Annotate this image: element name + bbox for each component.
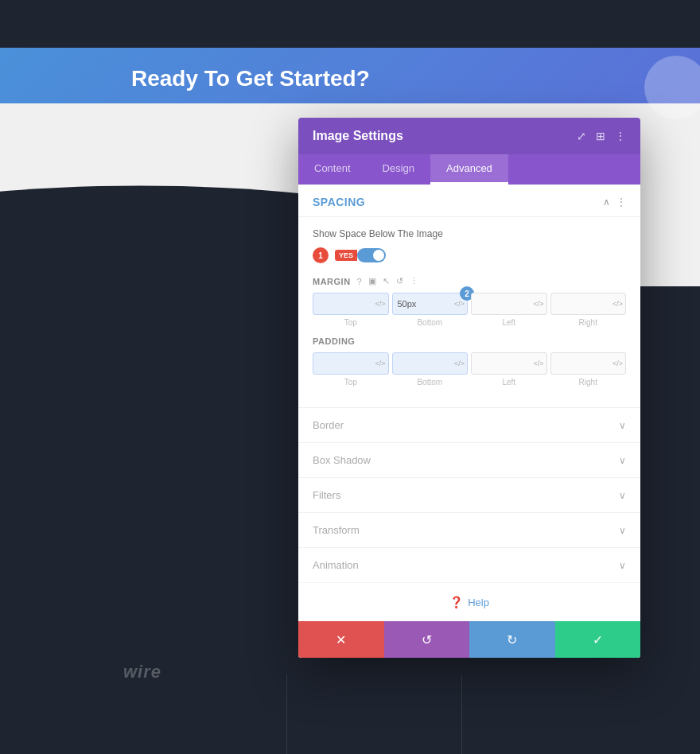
padding-bottom-code-icon: </>	[454, 360, 465, 367]
cancel-button[interactable]: ✕	[298, 621, 384, 658]
modal-footer: ✕ ↺ ↻ ✓	[298, 621, 640, 658]
margin-label: Margin	[313, 277, 351, 286]
padding-bottom-label: Bottom	[392, 378, 469, 387]
margin-input-grid: </> </> 2 </> </>	[313, 293, 626, 315]
padding-left-code-icon: </>	[533, 360, 543, 367]
margin-right-group: </>	[550, 293, 627, 315]
margin-bottom-label: Bottom	[392, 318, 469, 327]
toggle-row: 1 YES	[313, 247, 626, 263]
collapse-icon[interactable]: ∧	[603, 196, 610, 208]
show-space-label: Show Space Below The Image	[313, 228, 626, 239]
padding-top-label: Top	[313, 378, 389, 387]
padding-left-group: </>	[471, 352, 547, 375]
transform-chevron: ∨	[619, 525, 626, 536]
margin-top-code-icon: </>	[375, 300, 385, 308]
section-header-actions: ∧ ⋮	[603, 196, 626, 208]
margin-bottom-group: </> 2	[392, 293, 469, 315]
margin-left-code-icon: </>	[533, 300, 543, 308]
save-button[interactable]: ✓	[555, 621, 641, 658]
modal-header: Image Settings ⤢ ⊞ ⋮	[298, 118, 640, 154]
box-shadow-section[interactable]: Box Shadow ∨	[298, 442, 640, 477]
help-text: Help	[468, 597, 489, 608]
padding-input-grid: </> </> </> </>	[313, 352, 626, 375]
animation-chevron: ∨	[619, 560, 626, 571]
badge-1: 1	[313, 247, 329, 263]
banner-circle	[644, 56, 700, 119]
vertical-divider-2	[461, 674, 462, 754]
modal-title: Image Settings	[313, 129, 403, 143]
margin-top-label: Top	[313, 318, 389, 327]
border-chevron: ∨	[619, 420, 626, 431]
section-more-icon[interactable]: ⋮	[616, 196, 626, 208]
margin-cursor-icon[interactable]: ↖	[383, 276, 390, 286]
padding-row: Padding </> </> </>	[313, 336, 626, 387]
tab-advanced[interactable]: Advanced	[430, 154, 508, 185]
padding-right-group: </>	[550, 352, 627, 375]
reset-button[interactable]: ↺	[384, 621, 470, 658]
padding-label-row: Padding	[313, 336, 626, 346]
tab-design[interactable]: Design	[367, 154, 430, 185]
split-icon[interactable]: ⊞	[596, 130, 605, 142]
transform-section[interactable]: Transform ∨	[298, 512, 640, 547]
banner-title: Ready To Get Started?	[131, 66, 370, 91]
spacing-section-header: Spacing ∧ ⋮	[298, 185, 640, 217]
padding-left-label: Left	[471, 378, 547, 387]
margin-right-label: Right	[550, 318, 627, 327]
margin-more-icon[interactable]: ⋮	[410, 276, 418, 286]
image-settings-modal: Image Settings ⤢ ⊞ ⋮ Content Design Adva…	[298, 118, 640, 658]
padding-bottom-group: </>	[392, 352, 469, 375]
padding-right-code-icon: </>	[612, 360, 623, 367]
margin-top-group: </>	[313, 293, 389, 315]
margin-left-group: </>	[471, 293, 547, 315]
padding-right-label: Right	[550, 378, 627, 387]
padding-label: Padding	[313, 336, 355, 346]
margin-label-row: Margin ? ▣ ↖ ↺ ⋮	[313, 276, 626, 286]
help-row[interactable]: ❓ Help	[298, 582, 640, 621]
margin-row: Margin ? ▣ ↖ ↺ ⋮ </> </> 2	[313, 276, 626, 327]
transform-label: Transform	[313, 524, 360, 536]
filters-section[interactable]: Filters ∨	[298, 477, 640, 512]
margin-bottom-code-icon: </>	[454, 300, 465, 308]
box-shadow-label: Box Shadow	[313, 454, 371, 466]
animation-label: Animation	[313, 559, 359, 571]
expand-icon[interactable]: ⤢	[577, 130, 586, 142]
spacing-title: Spacing	[313, 196, 365, 208]
toggle-yes-label: YES	[335, 250, 357, 261]
animation-section[interactable]: Animation ∨	[298, 547, 640, 582]
toggle-yes-switch[interactable]: YES	[335, 248, 386, 262]
modal-header-actions: ⤢ ⊞ ⋮	[577, 130, 626, 142]
wire-logo: wire	[123, 662, 161, 682]
redo-button[interactable]: ↻	[469, 621, 555, 658]
margin-undo-icon[interactable]: ↺	[396, 276, 403, 286]
spacing-content: Show Space Below The Image 1 YES Margin …	[298, 217, 640, 407]
box-shadow-chevron: ∨	[619, 455, 626, 466]
tab-content[interactable]: Content	[298, 154, 367, 185]
toggle-switch[interactable]	[357, 248, 386, 262]
margin-left-label: Left	[471, 318, 547, 327]
margin-desktop-icon[interactable]: ▣	[368, 276, 376, 286]
border-section[interactable]: Border ∨	[298, 407, 640, 442]
more-options-icon[interactable]: ⋮	[615, 130, 626, 142]
padding-top-code-icon: </>	[375, 360, 385, 367]
margin-right-code-icon: </>	[612, 300, 623, 308]
padding-sublabels: Top Bottom Left Right	[313, 378, 626, 387]
modal-tabs: Content Design Advanced	[298, 154, 640, 185]
padding-top-group: </>	[313, 352, 389, 375]
vertical-divider-1	[286, 674, 287, 754]
filters-label: Filters	[313, 489, 340, 501]
margin-sublabels: Top Bottom Left Right	[313, 318, 626, 327]
modal-body: Spacing ∧ ⋮ Show Space Below The Image 1…	[298, 185, 640, 658]
help-icon: ❓	[449, 596, 463, 608]
margin-question-icon[interactable]: ?	[357, 277, 362, 286]
filters-chevron: ∨	[619, 490, 626, 501]
border-label: Border	[313, 419, 344, 431]
